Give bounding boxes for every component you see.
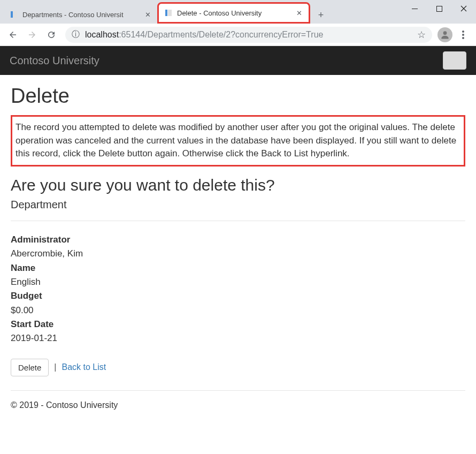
form-actions: Delete | Back to List (11, 359, 465, 376)
browser-toolbar: ⓘ localhost:65144/Departments/Delete/2?c… (0, 24, 476, 46)
field-label: Start Date (11, 317, 465, 331)
close-window-button[interactable] (451, 0, 476, 17)
field-label: Administrator (11, 233, 465, 247)
new-tab-button[interactable]: + (313, 7, 328, 22)
confirm-heading: Are you sure you want to delete this? (11, 176, 465, 194)
field-value: $0.00 (11, 304, 465, 317)
field-label: Name (11, 261, 465, 275)
separator: | (54, 362, 56, 372)
site-info-icon[interactable]: ⓘ (72, 29, 80, 40)
svg-point-6 (443, 31, 447, 35)
page-footer: © 2019 - Contoso University (11, 390, 465, 410)
entity-name: Department (11, 199, 465, 211)
back-to-list-link[interactable]: Back to List (62, 362, 106, 372)
field-value: 2019-01-21 (11, 331, 465, 345)
app-navbar: Contoso University (0, 46, 476, 75)
maximize-button[interactable] (427, 0, 451, 17)
browser-tab-inactive[interactable]: Departments - Contoso Universit ✕ (4, 5, 157, 24)
delete-button[interactable]: Delete (11, 359, 49, 376)
svg-point-9 (462, 37, 464, 39)
reload-button[interactable] (43, 26, 60, 43)
minimize-button[interactable] (402, 0, 427, 17)
window-controls (402, 0, 476, 17)
browser-tab-active[interactable]: Delete - Contoso University ✕ (157, 2, 310, 24)
bookmark-star-icon[interactable]: ☆ (417, 29, 426, 41)
field-value: Abercrombie, Kim (11, 247, 465, 261)
svg-point-8 (462, 34, 464, 36)
close-tab-icon[interactable]: ✕ (295, 9, 303, 17)
tab-title: Delete - Contoso University (177, 9, 290, 17)
svg-rect-2 (11, 11, 13, 18)
page-content: Delete The record you attempted to delet… (0, 75, 476, 420)
profile-avatar-button[interactable] (437, 27, 452, 42)
browser-menu-button[interactable] (455, 26, 472, 43)
divider (11, 221, 465, 221)
svg-rect-1 (436, 6, 442, 11)
details-list: AdministratorAbercrombie, KimNameEnglish… (11, 233, 465, 346)
svg-point-7 (462, 31, 464, 33)
svg-rect-3 (13, 11, 17, 18)
page-title: Delete (11, 85, 465, 108)
forward-button[interactable] (24, 26, 41, 43)
svg-rect-5 (168, 10, 172, 16)
svg-rect-0 (412, 9, 418, 9)
app-brand[interactable]: Contoso University (10, 55, 99, 67)
url-text: localhost:65144/Departments/Delete/2?con… (85, 30, 323, 40)
back-button[interactable] (4, 26, 21, 43)
svg-rect-4 (165, 10, 167, 16)
field-label: Budget (11, 289, 465, 303)
page-favicon-icon (164, 9, 173, 17)
field-value: English (11, 275, 465, 289)
concurrency-error-message: The record you attempted to delete was m… (11, 115, 465, 167)
close-tab-icon[interactable]: ✕ (143, 10, 152, 19)
tab-title: Departments - Contoso Universit (22, 11, 139, 19)
nav-toggle-button[interactable] (443, 51, 466, 70)
page-favicon-icon (10, 10, 18, 19)
address-bar[interactable]: ⓘ localhost:65144/Departments/Delete/2?c… (65, 27, 432, 43)
